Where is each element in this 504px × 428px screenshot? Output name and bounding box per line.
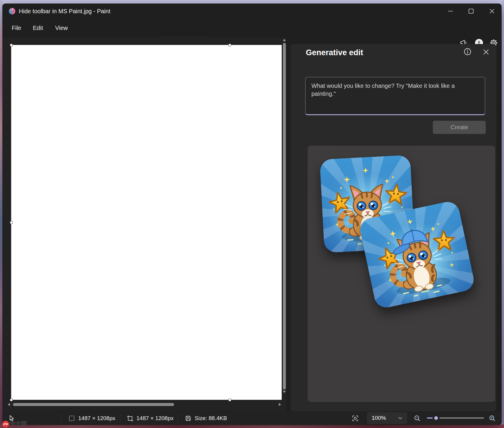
selection-handle[interactable] <box>10 221 13 224</box>
status-separator <box>178 414 178 422</box>
canvas-size-icon <box>126 415 133 422</box>
zoom-slider-thumb[interactable] <box>433 414 440 422</box>
scroll-down-arrow[interactable] <box>283 391 286 393</box>
status-separator <box>120 414 120 422</box>
window-title: Hide toolbar in MS Paint.jpg - Paint <box>19 4 110 19</box>
menu-bar: File Edit View <box>2 19 502 37</box>
panel-close-button[interactable] <box>481 47 491 57</box>
menu-edit[interactable]: Edit <box>29 19 46 37</box>
zoom-in-icon <box>488 414 496 422</box>
vertical-scrollbar-thumb[interactable] <box>283 43 286 390</box>
zoom-slider[interactable] <box>427 417 484 419</box>
zoom-out-icon <box>413 414 421 422</box>
panel-close-icon <box>482 48 490 56</box>
watermark-text: 中文网 <box>10 420 27 428</box>
scroll-right-arrow[interactable] <box>279 403 281 406</box>
close-icon <box>488 8 495 15</box>
selection-handle[interactable] <box>228 44 231 46</box>
prompt-input[interactable] <box>305 77 485 115</box>
selection-handle[interactable] <box>228 399 231 401</box>
minimize-icon <box>447 8 454 15</box>
fit-screen-icon <box>351 414 359 422</box>
canvas-size-status: 1487 × 1208px <box>126 415 173 422</box>
minimize-button[interactable] <box>442 4 459 19</box>
drawing-canvas[interactable] <box>11 45 282 400</box>
title-bar: Hide toolbar in MS Paint.jpg - Paint <box>2 4 502 19</box>
zoom-level-dropdown[interactable]: 100% <box>367 412 407 424</box>
zoom-level-value: 100% <box>372 415 386 421</box>
chevron-down-icon <box>398 416 403 420</box>
info-button[interactable] <box>462 46 473 57</box>
file-size-icon <box>185 415 192 422</box>
menu-view[interactable]: View <box>52 19 71 37</box>
create-button[interactable]: Create <box>433 121 486 134</box>
canvas-size-value: 1487 × 1208px <box>136 415 173 422</box>
maximize-icon <box>468 8 475 15</box>
status-bar: 1487 × 1208px 1487 × 1208px Size: 88.4KB <box>2 411 502 425</box>
selection-size-value: 1487 × 1208px <box>78 415 115 422</box>
paint-logo-icon <box>8 7 16 15</box>
paint-window: Hide toolbar in MS Paint.jpg - Paint Fil… <box>2 4 502 425</box>
maximize-button[interactable] <box>463 4 480 19</box>
menu-file[interactable]: File <box>8 19 25 37</box>
file-size-value: Size: 88.4KB <box>195 415 227 422</box>
close-button[interactable] <box>483 4 500 19</box>
zoom-in-button[interactable] <box>488 414 496 422</box>
generated-image-card <box>308 146 495 402</box>
selection-size-icon <box>68 415 75 422</box>
vertical-scrollbar[interactable] <box>282 38 286 408</box>
watermark-badge: php <box>2 421 9 427</box>
status-separator <box>61 414 61 422</box>
desktop-wallpaper-right <box>502 0 504 428</box>
panel-title: Generative edit <box>306 48 363 57</box>
zoom-out-button[interactable] <box>413 414 421 422</box>
watermark: php 中文网 <box>2 420 27 428</box>
scroll-left-arrow[interactable] <box>8 403 10 406</box>
fit-to-screen-button[interactable] <box>351 414 359 422</box>
selection-size-status: 1487 × 1208px <box>68 415 115 422</box>
selection-handle[interactable] <box>10 399 13 401</box>
selection-handle[interactable] <box>10 44 13 46</box>
file-size-status: Size: 88.4KB <box>185 415 227 422</box>
scroll-up-arrow[interactable] <box>283 39 286 41</box>
horizontal-scrollbar[interactable] <box>7 402 282 407</box>
generative-edit-panel: Generative edit Create <box>291 44 496 411</box>
info-icon <box>463 48 472 56</box>
horizontal-scrollbar-thumb[interactable] <box>13 403 174 406</box>
